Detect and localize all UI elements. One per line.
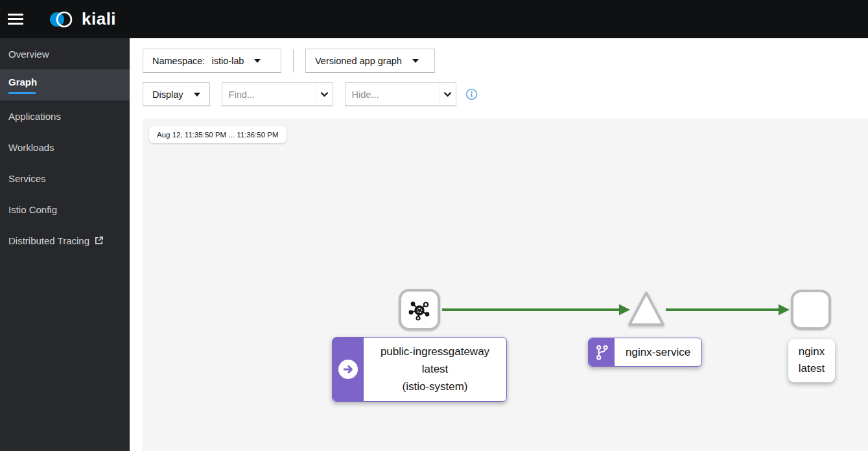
chevron-down-icon (254, 59, 261, 63)
masthead: kiali (0, 0, 868, 38)
node-label-version: latest (792, 360, 831, 377)
active-tab-underline (8, 92, 36, 94)
node-nginx-service[interactable] (626, 288, 667, 330)
mesh-icon (407, 297, 432, 322)
graph-toolbar-primary: Namespace: istio-lab Versioned app graph (143, 49, 435, 73)
sidebar-item-workloads[interactable]: Workloads (0, 132, 130, 163)
hide-input[interactable] (346, 83, 439, 106)
graph-canvas[interactable]: Aug 12, 11:35:50 PM ... 11:36:50 PM (143, 119, 868, 451)
gateway-badge-band (333, 338, 364, 401)
graph-type-value: Versioned app graph (315, 56, 402, 66)
kiali-logo[interactable]: kiali (48, 9, 116, 30)
display-label: Display (152, 89, 183, 100)
sidebar-item-overview[interactable]: Overview (0, 38, 130, 69)
label-nginx-service[interactable]: nginx-service (588, 338, 702, 367)
find-options-chevron-icon[interactable] (316, 83, 333, 106)
edge-service-to-app[interactable] (666, 305, 790, 316)
graph-edges-layer (143, 119, 868, 451)
find-input-group (222, 82, 333, 106)
brand-name: kiali (82, 9, 116, 29)
hide-options-chevron-icon[interactable] (439, 83, 456, 106)
edge-gateway-to-service[interactable] (442, 305, 630, 316)
namespace-label: Namespace: (152, 56, 205, 66)
kiali-logo-icon (48, 9, 76, 30)
label-public-ingressgateway[interactable]: public-ingressgateway latest (istio-syst… (332, 337, 507, 402)
info-circle-icon (465, 88, 478, 100)
nav-toggle-hamburger-icon[interactable] (8, 6, 34, 32)
sidebar-item-graph[interactable]: Graph (0, 69, 130, 100)
main-content: Namespace: istio-lab Versioned app graph… (130, 38, 868, 451)
label-nginx[interactable]: nginx latest (788, 339, 835, 382)
node-label-version: latest (370, 360, 500, 378)
sidebar-item-istio-config[interactable]: Istio Config (0, 194, 130, 225)
find-hide-help-icon[interactable] (465, 88, 478, 100)
external-link-icon (94, 236, 104, 246)
graph-type-dropdown[interactable]: Versioned app graph (305, 49, 435, 73)
arrow-right-icon (342, 363, 355, 376)
sidebar-item-services[interactable]: Services (0, 163, 130, 194)
sidebar-item-distributed-tracing[interactable]: Distributed Tracing (0, 225, 130, 256)
node-label-name: nginx (792, 343, 831, 360)
chevron-down-icon (412, 59, 419, 63)
sidebar: Overview Graph Applications Workloads Se… (0, 38, 130, 451)
toolbar-divider (293, 49, 294, 73)
node-label-name: nginx-service (615, 338, 701, 366)
node-nginx[interactable] (791, 290, 831, 330)
hide-input-group (345, 82, 456, 106)
node-label-namespace: (istio-system) (370, 378, 500, 395)
sidebar-item-applications[interactable]: Applications (0, 100, 130, 132)
node-public-ingressgateway[interactable] (399, 289, 440, 330)
display-dropdown[interactable]: Display (143, 82, 210, 106)
find-input[interactable] (222, 83, 316, 106)
service-badge-band (589, 338, 615, 366)
node-label-name: public-ingressgateway (370, 343, 500, 360)
namespace-value: istio-lab (211, 56, 244, 66)
code-branch-icon (594, 343, 609, 362)
namespace-dropdown[interactable]: Namespace: istio-lab (143, 49, 281, 73)
graph-toolbar-secondary: Display (143, 82, 478, 106)
chevron-down-icon (194, 93, 200, 97)
